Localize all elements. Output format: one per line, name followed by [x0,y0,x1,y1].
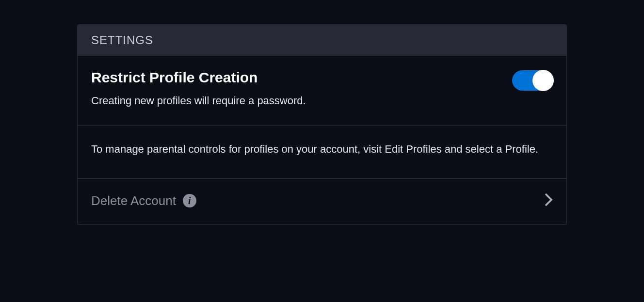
panel-header-title: SETTINGS [91,33,553,47]
toggle-knob [532,70,554,91]
panel-header: SETTINGS [78,25,566,56]
info-icon[interactable]: i [183,194,196,207]
parental-info-row: To manage parental controls for profiles… [78,126,566,179]
restrict-profile-description: Creating new profiles will require a pas… [91,95,512,107]
settings-panel: SETTINGS Restrict Profile Creation Creat… [77,24,567,225]
restrict-profile-content: Restrict Profile Creation Creating new p… [91,69,512,107]
chevron-right-icon [544,192,553,209]
delete-account-left: Delete Account i [91,193,196,208]
delete-account-row[interactable]: Delete Account i [78,179,566,224]
restrict-profile-row: Restrict Profile Creation Creating new p… [78,56,566,126]
delete-account-label: Delete Account [91,193,176,208]
restrict-profile-toggle[interactable] [512,70,553,91]
restrict-profile-title: Restrict Profile Creation [91,69,512,86]
parental-info-text: To manage parental controls for profiles… [91,141,553,158]
